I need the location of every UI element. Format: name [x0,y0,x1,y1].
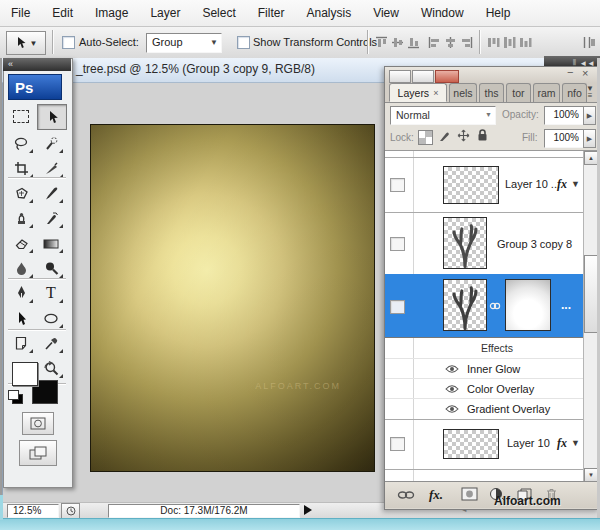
mask-link-icon[interactable] [489,300,501,312]
show-transform-controls-checkbox[interactable] [237,36,250,49]
tab-history[interactable]: tor [506,83,531,102]
move-tool[interactable] [37,104,67,130]
doc-close-button[interactable] [435,70,459,83]
align-right-edges-icon[interactable] [460,36,473,49]
quick-mask-button[interactable] [22,412,54,435]
menu-filter[interactable]: Filter [247,0,296,26]
tool-palette-header[interactable]: « [3,58,71,71]
layer-thumbnail[interactable] [443,429,499,459]
blend-mode-dropdown[interactable]: Normal ▼ [390,106,496,125]
fill-field[interactable]: 100% [544,129,584,148]
align-bottom-edges-icon[interactable] [407,36,420,49]
add-layer-mask-icon[interactable] [461,487,478,501]
tab-close-icon[interactable]: × [433,88,438,98]
eye-icon[interactable] [445,404,459,414]
tab-channels[interactable]: nels [449,83,477,102]
align-left-edges-icon[interactable] [428,36,441,49]
opacity-field[interactable]: 100% [544,106,584,125]
align-horizontal-centers-icon[interactable] [444,36,457,49]
type-tool[interactable]: T [37,281,65,305]
menu-help[interactable]: Help [475,0,522,26]
patch-tool[interactable] [7,181,35,205]
layer-name[interactable]: Layer 10 [507,437,550,449]
status-clock-button[interactable] [61,503,80,519]
scroll-down-arrow[interactable]: ▼ [584,468,597,481]
visibility-toggle[interactable] [390,237,405,251]
eye-icon[interactable] [445,364,459,374]
layer-row-selected[interactable]: ... [385,274,584,338]
layer-mask-thumbnail[interactable] [505,279,551,331]
blur-tool[interactable] [7,256,35,280]
tab-layers[interactable]: Layers × [389,83,447,102]
distribute-top-edges-icon[interactable] [487,36,500,49]
brush-tool[interactable] [37,181,65,205]
align-top-edges-icon[interactable] [375,36,388,49]
layer-thumbnail[interactable] [443,217,487,269]
layer-row[interactable]: Group 3 copy 8 [385,212,584,275]
fx-collapse-icon[interactable]: ▼ [571,438,580,448]
link-layers-icon[interactable] [397,490,415,500]
menu-layer[interactable]: Layer [139,0,191,26]
menu-file[interactable]: File [0,0,41,26]
status-menu-arrow-icon[interactable] [304,505,312,515]
swap-colors-icon[interactable] [42,360,56,372]
effect-row-color-overlay[interactable]: Color Overlay [385,378,585,399]
fx-badge[interactable]: fx [557,436,567,451]
panel-minimize-icon[interactable]: − [567,66,573,78]
dodge-tool[interactable] [37,256,65,280]
quick-selection-tool[interactable] [37,131,65,155]
layer-row[interactable]: Layer 10 ... fx ▼ [385,158,584,213]
eye-icon[interactable] [445,384,459,394]
menu-window[interactable]: Window [410,0,475,26]
visibility-toggle[interactable] [390,437,405,451]
opacity-slider-arrow[interactable]: ▶ [583,106,596,125]
layer-thumbnail[interactable] [443,166,499,204]
visibility-toggle[interactable] [390,300,405,314]
notes-tool[interactable] [7,331,35,355]
lock-all-icon[interactable] [476,128,489,142]
distribute-bottom-edges-icon[interactable] [519,36,532,49]
canvas[interactable]: ALFOART.COM [90,124,375,472]
foreground-color-swatch[interactable] [12,362,38,386]
fx-collapse-icon[interactable]: ▼ [571,179,580,189]
auto-select-checkbox[interactable] [62,36,75,49]
history-brush-tool[interactable] [37,206,65,230]
panel-close-icon[interactable]: × [582,67,588,79]
menu-analysis[interactable]: Analysis [295,0,362,26]
eraser-tool[interactable] [7,231,35,255]
eyedropper-tool[interactable] [37,331,65,355]
visibility-toggle[interactable] [390,178,405,192]
effect-row-inner-glow[interactable]: Inner Glow [385,358,585,379]
menu-image[interactable]: Image [84,0,139,26]
scroll-up-arrow[interactable]: ▲ [584,151,597,165]
menu-view[interactable]: View [362,0,410,26]
move-tool-preset-button[interactable]: ▼ [6,31,46,55]
layers-scrollbar[interactable]: ▲ ▼ [583,151,597,481]
lock-pixels-icon[interactable] [438,129,452,143]
add-layer-style-icon[interactable]: fx. [429,487,443,503]
ellipse-shape-tool[interactable] [37,306,65,330]
doc-restore-button[interactable] [412,70,434,83]
panel-menu-icon[interactable]: ▼≡ [583,85,597,99]
screen-mode-button[interactable] [19,440,57,466]
scrollbar-thumb[interactable] [584,255,597,333]
lock-transparency-icon[interactable] [418,130,433,145]
menu-select[interactable]: Select [191,0,246,26]
layer-name[interactable]: Layer 10 ... [505,178,560,190]
gradient-tool[interactable] [37,231,65,255]
distribute-left-edges-icon[interactable] [583,36,596,49]
effect-row-gradient-overlay[interactable]: Gradient Overlay [385,398,585,420]
path-selection-tool[interactable] [7,306,35,330]
lasso-tool[interactable] [7,131,35,155]
distribute-vertical-centers-icon[interactable] [503,36,516,49]
align-vertical-centers-icon[interactable] [391,36,404,49]
default-colors-icon[interactable] [8,390,19,400]
tab-histogram[interactable]: ram [533,83,560,102]
pen-tool[interactable] [7,281,35,305]
lock-position-icon[interactable] [457,129,470,142]
rectangular-marquee-tool[interactable] [7,104,35,128]
clone-stamp-tool[interactable] [7,206,35,230]
menu-edit[interactable]: Edit [41,0,84,26]
layer-thumbnail[interactable] [443,279,487,331]
fx-badge[interactable]: fx [557,177,567,192]
